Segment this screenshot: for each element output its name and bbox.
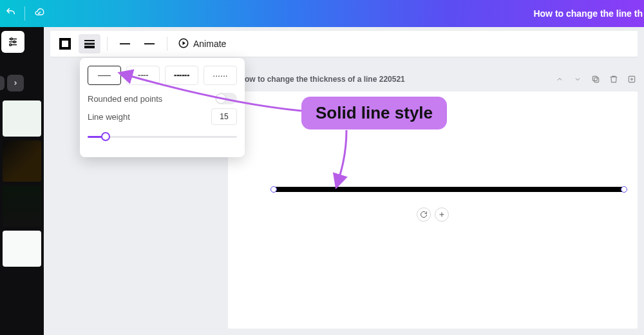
title-bar: How to change the line th — [0, 0, 644, 27]
separator — [107, 37, 108, 51]
context-toolbar: Animate — [50, 31, 638, 57]
line-color-button[interactable] — [54, 34, 76, 53]
svg-rect-13 — [592, 76, 597, 81]
templates-panel: day — [0, 27, 44, 335]
add-page-button[interactable] — [626, 73, 638, 85]
rounded-endpoints-toggle[interactable] — [215, 93, 237, 104]
annotation-label: Solid line style — [316, 103, 433, 122]
sync-button[interactable] — [417, 207, 431, 222]
svg-rect-12 — [594, 78, 599, 82]
filter-chip-next[interactable] — [7, 75, 24, 91]
line-style-solid[interactable]: ── — [88, 66, 121, 85]
template-thumb[interactable] — [3, 100, 41, 137]
line-style-icon — [84, 39, 95, 48]
glyph: ── — [98, 70, 111, 81]
line-handle-start[interactable] — [270, 186, 277, 193]
cloud-check-icon[interactable] — [33, 7, 46, 20]
line-style-dot[interactable]: ······ — [204, 66, 237, 85]
svg-point-1 — [10, 38, 12, 40]
annotation-callout: Solid line style — [301, 97, 447, 129]
add-button[interactable] — [435, 207, 449, 222]
template-thumb[interactable] — [3, 186, 41, 227]
divider — [24, 6, 25, 21]
duplicate-page-button[interactable] — [590, 73, 601, 85]
svg-point-5 — [10, 44, 12, 46]
line-shape[interactable] — [273, 187, 625, 192]
line-weight-label: Line weight — [88, 112, 130, 122]
undo-icon[interactable] — [5, 6, 17, 21]
rounded-endpoints-label: Rounded end points — [88, 94, 162, 104]
glyph: ······ — [213, 70, 227, 81]
animate-icon — [178, 37, 189, 51]
svg-point-3 — [14, 41, 15, 43]
glyph: ╌╌ — [138, 70, 148, 81]
line-handle-end[interactable] — [621, 186, 627, 193]
document-title: How to change the line th — [533, 8, 644, 19]
line-end-arrow-button[interactable] — [138, 34, 160, 53]
line-start-arrow-button[interactable] — [114, 34, 136, 53]
glyph: ╍╍╍ — [174, 70, 189, 81]
template-thumb[interactable] — [3, 140, 41, 182]
line-weight-slider[interactable] — [88, 128, 237, 146]
slider-knob[interactable] — [101, 132, 110, 141]
template-thumb[interactable] — [3, 231, 41, 267]
expand-page-button[interactable] — [572, 73, 583, 85]
line-style-dash[interactable]: ╍╍╍ — [165, 66, 198, 85]
filter-chip-day[interactable]: day — [0, 76, 5, 90]
separator — [167, 37, 167, 51]
line-style-popover: ── ╌╌ ╍╍╍ ······ Rounded end points Line… — [80, 58, 245, 157]
animate-label: Animate — [193, 39, 226, 49]
animate-button[interactable]: Animate — [174, 37, 230, 51]
filter-button[interactable] — [1, 31, 24, 53]
square-icon — [59, 38, 71, 50]
line-style-button[interactable] — [79, 34, 100, 53]
collapse-page-button[interactable] — [554, 73, 565, 85]
delete-page-button[interactable] — [608, 73, 620, 85]
line-style-long-dash[interactable]: ╌╌ — [126, 66, 160, 85]
line-weight-input[interactable] — [211, 108, 237, 125]
page-title: 1 - How to change the thickness of a lin… — [228, 75, 405, 84]
